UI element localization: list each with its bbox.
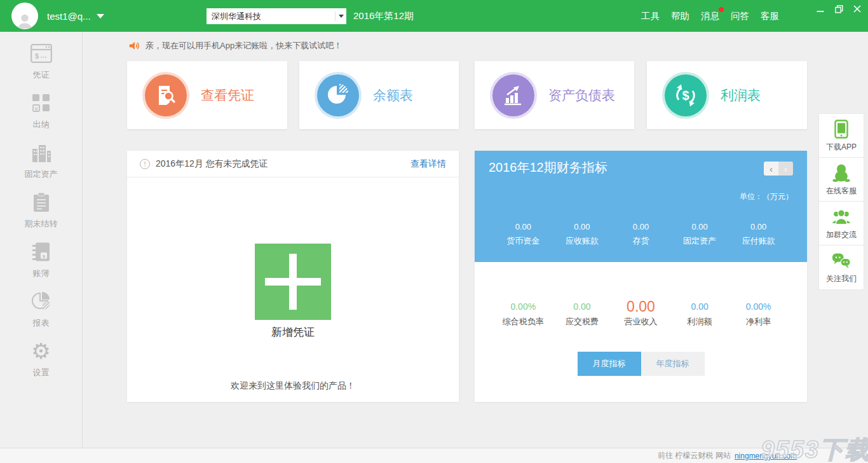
sidebar-item-settings[interactable]: ⚙ 设置 [0,335,82,384]
float-item-label: 关注我们 [826,273,857,284]
sidebar-item-period-end[interactable]: 期末结转 [0,186,82,235]
download-app-button[interactable]: 下载APP [819,114,864,158]
card-label: 查看凭证 [201,86,254,104]
float-item-label: 在线客服 [826,186,857,197]
join-group-button[interactable]: 加群交流 [819,202,864,245]
restore-button[interactable] [832,3,846,15]
topbar: test1@q... 深圳华通科技 2016年第12期 工具 帮助 消息 问答 … [0,0,868,32]
primary-metrics-row: 0.00 货币资金 0.00 应收账款 0.00 存货 0.00 固定资产 0.… [475,221,807,247]
voucher-status-text: 2016年12月 您有未完成凭证 [156,158,268,170]
app-window: test1@q... 深圳华通科技 2016年第12期 工具 帮助 消息 问答 … [0,0,868,463]
balance-sheet-icon [317,74,359,116]
voucher-panel-header: ! 2016年12月 您有未完成凭证 查看详情 [127,151,459,177]
sidebar-item-voucher[interactable]: $ … 凭证 [0,37,82,86]
card-view-voucher[interactable]: 查看凭证 [127,61,287,129]
group-icon [831,207,851,227]
sidebar-item-label: 账簿 [33,268,50,279]
account-name: test1@q... [47,11,91,22]
wechat-icon [832,251,851,271]
period-end-icon [32,191,50,213]
sidebar-item-cashier[interactable]: ¥ 出纳 [0,86,82,136]
sidebar-item-fixed-assets[interactable]: 固定资产 [0,136,82,186]
card-profit[interactable]: $ 利润表 [647,61,807,129]
add-voucher-button[interactable] [255,244,331,320]
tab-monthly-indicators[interactable]: 月度指标 [578,352,641,376]
website-link[interactable]: ningmengyun.com [735,452,797,460]
float-item-label: 加群交流 [826,230,857,240]
menu-item-messages[interactable]: 消息 [701,10,719,22]
secondary-metrics-row: 0.00% 综合税负率 0.00 应交税费 0.00 营业收入 0.00 利润额… [475,296,807,328]
metric-tax-burden: 0.00% 综合税负率 [494,296,553,328]
follow-us-button[interactable]: 关注我们 [819,245,864,289]
company-select[interactable]: 深圳华通科技 [207,8,346,24]
sidebar: $ … 凭证 ¥ 出纳 [0,32,83,448]
menu-item-help[interactable]: 帮助 [671,10,689,22]
prev-period-button[interactable]: ‹ [764,162,778,176]
menu-item-tools[interactable]: 工具 [641,10,660,22]
reports-icon [31,291,51,312]
card-balance-sheet[interactable]: 余额表 [299,61,459,129]
float-item-label: 下载APP [826,142,857,153]
next-period-button[interactable]: › [778,162,793,176]
float-menu: 下载APP 在线客服 加群 [818,113,864,290]
svg-text:$: $ [42,254,45,259]
card-assets-liabilities[interactable]: 资产负债表 [475,61,634,129]
metric-payables: 0.00 应付账款 [729,221,788,247]
restore-icon [835,5,843,13]
sidebar-item-label: 凭证 [33,69,50,81]
avatar[interactable] [11,3,38,29]
app-notice: 亲，现在可以用手机App来记账啦，快来下载试试吧！ [128,40,342,52]
view-details-link[interactable]: 查看详情 [410,158,446,170]
sidebar-item-label: 期末结转 [25,218,58,230]
svg-text:…: … [40,52,47,59]
user-icon [16,12,34,29]
metric-cash: 0.00 货币资金 [494,221,553,247]
account-dropdown[interactable]: test1@q... [47,0,104,32]
settings-icon: ⚙ [31,340,50,362]
welcome-text: 欢迎来到这里体验我们的产品！ [127,380,459,392]
assets-liabilities-icon [492,74,534,116]
metric-inventory: 0.00 存货 [611,221,670,247]
finance-panel-header: 2016年12期财务指标 ‹ › 单位：（万元） 0.00 货币资金 0.00 … [475,151,807,262]
online-service-button[interactable]: 在线客服 [819,158,864,202]
footer-text: 前往 柠檬云财税 网站 [658,450,731,461]
sidebar-item-label: 报表 [33,317,50,329]
add-voucher-label: 新增凭证 [127,325,459,340]
window-controls [813,3,864,15]
metric-net-margin: 0.00% 净利率 [729,296,788,328]
close-icon [853,5,861,13]
sidebar-item-label: 设置 [33,367,50,378]
period-pager: ‹ › [764,162,793,176]
finance-panel-title: 2016年12期财务指标 [489,159,607,176]
unit-label: 单位：（万元） [740,191,793,202]
svg-text:¥: ¥ [34,106,38,112]
voucher-panel: ! 2016年12月 您有未完成凭证 查看详情 新增凭证 欢迎来到这里体验我们的… [127,151,459,402]
tab-yearly-indicators[interactable]: 年度指标 [641,352,705,376]
close-button[interactable] [850,3,864,15]
indicator-tabs: 月度指标 年度指标 [475,352,807,376]
sidebar-item-label: 固定资产 [25,169,58,180]
profit-icon: $ [665,74,707,116]
metric-fixed-assets: 0.00 固定资产 [670,221,729,247]
card-label: 余额表 [373,86,413,104]
minimize-icon [817,5,824,13]
notification-dot [719,7,724,12]
menu-item-support[interactable]: 客服 [761,10,779,22]
svg-text:$: $ [35,52,39,60]
info-icon: ! [140,159,150,169]
minimize-button[interactable] [813,3,827,15]
finance-panel: 2016年12期财务指标 ‹ › 单位：（万元） 0.00 货币资金 0.00 … [475,151,807,402]
menu-item-qa[interactable]: 问答 [731,10,749,22]
svg-text:$: $ [682,88,689,102]
ledger-icon: $ [32,241,51,263]
sidebar-item-ledger[interactable]: $ 账簿 [0,235,82,285]
card-label: 资产负债表 [548,86,615,104]
cashier-icon: ¥ [32,92,51,114]
period-label: 2016年第12期 [353,0,414,32]
notice-text: 亲，现在可以用手机App来记账啦，快来下载试试吧！ [146,40,342,52]
view-voucher-icon [145,74,187,116]
sidebar-item-label: 出纳 [33,119,50,130]
voucher-icon: $ … [31,43,52,64]
company-select-value: 深圳华通科技 [212,11,261,22]
sidebar-item-reports[interactable]: 报表 [0,285,82,335]
